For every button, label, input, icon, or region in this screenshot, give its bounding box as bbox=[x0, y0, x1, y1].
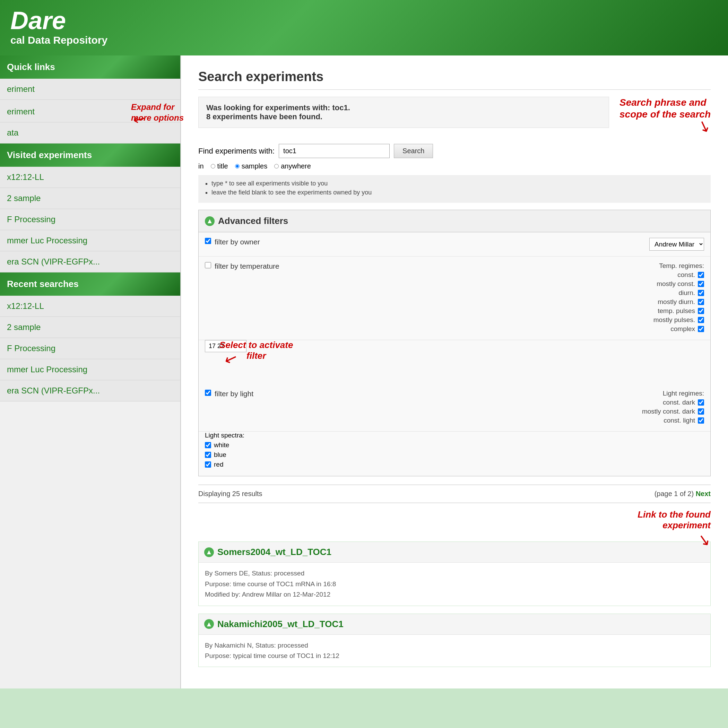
light-const-light-checkbox[interactable] bbox=[698, 418, 704, 424]
spectra-blue: blue bbox=[205, 451, 704, 459]
exp-author-0: By Somers DE, Status: processed bbox=[205, 568, 704, 578]
pagination-next[interactable]: Next bbox=[696, 490, 711, 497]
filter-light-row: filter by light Light regimes: const. da… bbox=[199, 384, 710, 431]
radio-in-label: in bbox=[198, 162, 204, 170]
filter-header[interactable]: ▲ Advanced filters bbox=[199, 210, 710, 232]
result-info-line1: Was looking for experiments with: toc1. bbox=[206, 103, 601, 112]
temp-const-checkbox[interactable] bbox=[698, 272, 704, 278]
radio-anywhere[interactable] bbox=[274, 164, 279, 168]
advanced-filters: ▲ Advanced filters filter by owner Andre… bbox=[198, 210, 711, 476]
exp-author-1: By Nakamichi N, Status: processed bbox=[205, 640, 704, 651]
filter-temp-checkbox[interactable] bbox=[205, 262, 211, 268]
radio-title-label[interactable]: title bbox=[211, 162, 228, 170]
sidebar-item-experiment[interactable]: eriment bbox=[0, 79, 180, 100]
temp-regime-1: mostly const. bbox=[653, 280, 704, 288]
visited-item-0[interactable]: x12:12-LL bbox=[0, 167, 180, 188]
experiment-result-0: ▲ Somers2004_wt_LD_TOC1 By Somers DE, St… bbox=[198, 541, 711, 606]
search-form: Find experiments with: Search in title s… bbox=[198, 144, 711, 203]
site-header: Dare cal Data Repository bbox=[0, 0, 728, 55]
owner-select[interactable]: Andrew Millar bbox=[649, 238, 704, 251]
hint-0: type * to see all experiments visible to… bbox=[211, 180, 704, 187]
temp-complex-checkbox[interactable] bbox=[698, 326, 704, 332]
light-spectra-section: Light spectra: white blue red bbox=[199, 431, 710, 476]
radio-anywhere-label[interactable]: anywhere bbox=[274, 162, 311, 170]
light-const-dark-checkbox[interactable] bbox=[698, 399, 704, 405]
experiment-title-1[interactable]: Nakamichi2005_wt_LD_TOC1 bbox=[217, 619, 344, 630]
light-regimes-title: Light regimes: bbox=[642, 390, 704, 397]
visited-item-2[interactable]: F Processing bbox=[0, 209, 180, 230]
light-regime-1: mostly const. dark bbox=[642, 408, 704, 415]
temp-regime-5: mostly pulses. bbox=[653, 316, 704, 324]
temp-regime-2: diurn. bbox=[653, 289, 704, 297]
temp-regime-4: temp. pulses bbox=[653, 307, 704, 315]
spectra-red: red bbox=[205, 461, 704, 468]
temp-regime-0: const. bbox=[653, 271, 704, 279]
filter-toggle-icon[interactable]: ▲ bbox=[205, 216, 214, 226]
temp-diurn-checkbox[interactable] bbox=[698, 290, 704, 296]
temp-regimes-title: Temp. regimes: bbox=[653, 262, 704, 270]
light-regime-2: const. light bbox=[642, 417, 704, 424]
visited-item-4[interactable]: era SCN (VIPR-EGFPx... bbox=[0, 251, 180, 272]
filter-owner-label: filter by owner bbox=[214, 238, 260, 246]
light-spectra-label: Light spectra: bbox=[205, 431, 704, 439]
filter-owner-row: filter by owner Andrew Millar bbox=[199, 232, 710, 257]
recent-item-0[interactable]: x12:12-LL bbox=[0, 296, 180, 317]
result-info-line2: 8 experiments have been found. bbox=[206, 112, 601, 121]
temp-mostly-diurn-checkbox[interactable] bbox=[698, 299, 704, 305]
temp-regime-6: complex bbox=[653, 325, 704, 333]
filter-title: Advanced filters bbox=[218, 216, 288, 226]
filter-light-checkbox[interactable] bbox=[205, 390, 211, 396]
temp-pulses-checkbox[interactable] bbox=[698, 308, 704, 314]
filter-light-label: filter by light bbox=[214, 390, 254, 398]
search-button[interactable]: Search bbox=[394, 144, 433, 158]
recent-item-4[interactable]: era SCN (VIPR-EGFPx... bbox=[0, 380, 180, 401]
radio-samples[interactable] bbox=[235, 164, 240, 168]
search-label: Find experiments with: bbox=[198, 147, 275, 156]
recent-item-1[interactable]: 2 sample bbox=[0, 317, 180, 338]
hint-1: leave the field blank to see the experim… bbox=[211, 189, 704, 196]
results-header: Displaying 25 results (page 1 of 2) Next bbox=[198, 485, 711, 503]
sidebar: Quick links eriment eriment Expand formo… bbox=[0, 55, 180, 688]
exp-toggle-icon-1[interactable]: ▲ bbox=[204, 619, 214, 629]
visited-item-3[interactable]: mmer Luc Processing bbox=[0, 230, 180, 251]
radio-group: in title samples anywhere bbox=[198, 162, 711, 170]
search-hints: type * to see all experiments visible to… bbox=[198, 175, 711, 203]
temp-mostly-const-checkbox[interactable] bbox=[698, 281, 704, 287]
radio-samples-label[interactable]: samples bbox=[235, 162, 267, 170]
experiment-body-1: By Nakamichi N, Status: processed Purpos… bbox=[199, 635, 710, 667]
temp-mostly-pulses-checkbox[interactable] bbox=[698, 317, 704, 323]
site-subtitle: cal Data Repository bbox=[11, 34, 717, 46]
experiment-header-1: ▲ Nakamichi2005_wt_LD_TOC1 bbox=[199, 614, 710, 635]
radio-title[interactable] bbox=[211, 164, 215, 168]
recent-header: Recent searches bbox=[0, 272, 180, 296]
temp-regime-3: mostly diurn. bbox=[653, 298, 704, 306]
spectra-white: white bbox=[205, 441, 704, 449]
spectra-blue-checkbox[interactable] bbox=[205, 452, 211, 458]
result-info: Was looking for experiments with: toc1. … bbox=[198, 97, 609, 128]
exp-purpose-1: Purpose: typical time course of TOC1 in … bbox=[205, 651, 704, 661]
temp-value-input[interactable] bbox=[205, 340, 246, 352]
spectra-red-checkbox[interactable] bbox=[205, 462, 211, 468]
filter-temp-row: filter by temperature Temp. regimes: con… bbox=[199, 257, 710, 340]
exp-toggle-icon-0[interactable]: ▲ bbox=[204, 548, 214, 557]
experiment-header-0: ▲ Somers2004_wt_LD_TOC1 bbox=[199, 542, 710, 563]
recent-item-3[interactable]: mmer Luc Processing bbox=[0, 359, 180, 380]
spectra-white-checkbox[interactable] bbox=[205, 442, 211, 448]
exp-modified-0: Modified by: Andrew Millar on 12-Mar-201… bbox=[205, 589, 704, 600]
results-display: Displaying 25 results bbox=[198, 490, 262, 498]
recent-item-2[interactable]: F Processing bbox=[0, 338, 180, 359]
search-input[interactable] bbox=[279, 144, 390, 158]
experiment-title-0[interactable]: Somers2004_wt_LD_TOC1 bbox=[217, 547, 332, 557]
experiment-result-1: ▲ Nakamichi2005_wt_LD_TOC1 By Nakamichi … bbox=[198, 613, 711, 667]
visited-header: Visited experiments bbox=[0, 144, 180, 167]
light-mostly-const-dark-checkbox[interactable] bbox=[698, 408, 704, 414]
pagination: (page 1 of 2) Next bbox=[655, 490, 711, 498]
link-annotation: Link to the foundexperiment bbox=[638, 509, 711, 531]
pagination-text: (page 1 of 2) bbox=[655, 490, 694, 497]
filter-owner-checkbox[interactable] bbox=[205, 238, 211, 244]
light-regime-0: const. dark bbox=[642, 399, 704, 406]
visited-item-1[interactable]: 2 sample bbox=[0, 188, 180, 209]
page-title: Search experiments bbox=[198, 69, 711, 90]
site-title: Dare bbox=[11, 7, 717, 34]
quicklinks-header: Quick links bbox=[0, 55, 180, 79]
